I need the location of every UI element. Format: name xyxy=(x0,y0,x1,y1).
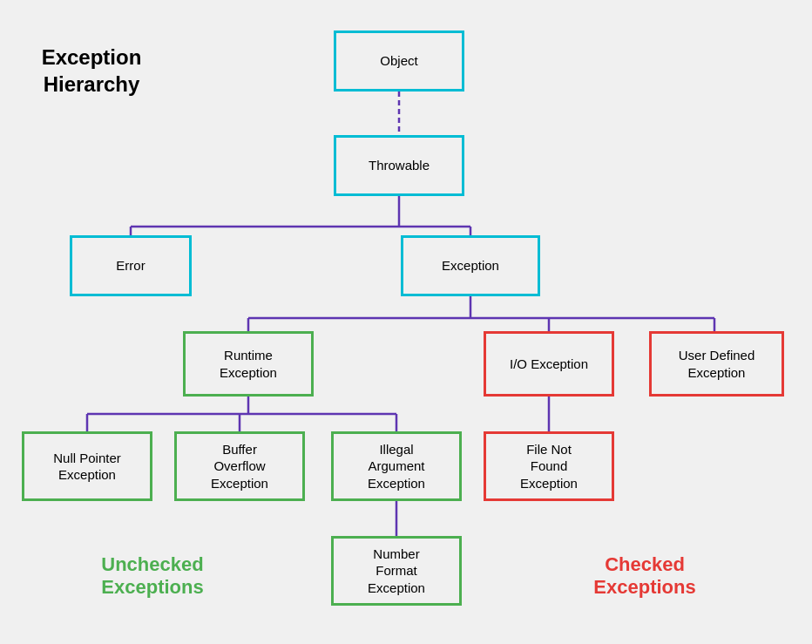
node-null-pointer-exception: Null PointerException xyxy=(22,431,152,501)
node-throwable: Throwable xyxy=(334,135,464,196)
diagram: Exception Hierarchy Object Throwable xyxy=(0,0,812,644)
label-checked-exceptions: CheckedExceptions xyxy=(575,553,714,599)
node-file-not-found-exception: File NotFoundException xyxy=(484,431,614,501)
node-object: Object xyxy=(334,31,464,92)
node-illegal-argument-exception: IllegalArgumentException xyxy=(331,431,462,501)
node-io-exception: I/O Exception xyxy=(484,331,614,397)
node-runtime-exception: RuntimeException xyxy=(183,331,314,397)
node-error: Error xyxy=(70,235,192,296)
node-exception: Exception xyxy=(401,235,540,296)
label-unchecked-exceptions: UncheckedExceptions xyxy=(83,553,222,599)
node-buffer-overflow-exception: BufferOverflowException xyxy=(174,431,305,501)
node-number-format-exception: NumberFormatException xyxy=(331,536,462,606)
diagram-title: Exception Hierarchy xyxy=(35,44,148,98)
node-user-defined-exception: User DefinedException xyxy=(649,331,784,397)
